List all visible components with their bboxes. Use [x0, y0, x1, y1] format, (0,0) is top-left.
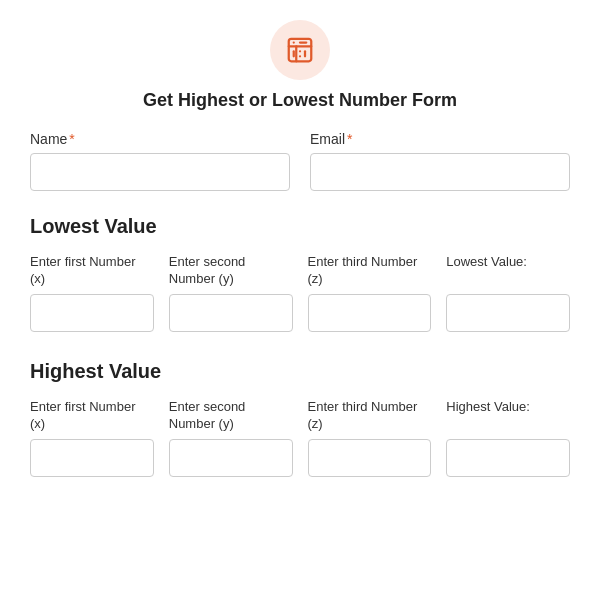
header: Get Highest or Lowest Number Form [30, 20, 570, 111]
page-container: Get Highest or Lowest Number Form Name* … [0, 0, 600, 525]
name-email-row: Name* Email* [30, 131, 570, 191]
lowest-third-number-label: Enter third Number (z) [308, 254, 432, 288]
lowest-first-number-field: Enter first Number (x) [30, 254, 154, 332]
lowest-result-label: Lowest Value: [446, 254, 570, 288]
highest-first-number-label: Enter first Number (x) [30, 399, 154, 433]
highest-first-number-input[interactable] [30, 439, 154, 477]
highest-value-section: Highest Value Enter first Number (x) Ent… [30, 360, 570, 477]
name-field-group: Name* [30, 131, 290, 191]
highest-result-input[interactable] [446, 439, 570, 477]
calculator-icon [285, 35, 315, 65]
lowest-third-number-input[interactable] [308, 294, 432, 332]
lowest-second-number-input[interactable] [169, 294, 293, 332]
lowest-third-number-field: Enter third Number (z) [308, 254, 432, 332]
calculator-icon-circle [270, 20, 330, 80]
lowest-value-title: Lowest Value [30, 215, 570, 238]
name-input[interactable] [30, 153, 290, 191]
name-label: Name* [30, 131, 290, 147]
highest-second-number-input[interactable] [169, 439, 293, 477]
highest-third-number-field: Enter third Number (z) [308, 399, 432, 477]
highest-result-label: Highest Value: [446, 399, 570, 433]
lowest-first-number-input[interactable] [30, 294, 154, 332]
lowest-number-row: Enter first Number (x) Enter second Numb… [30, 254, 570, 332]
highest-second-number-field: Enter second Number (y) [169, 399, 293, 477]
highest-number-row: Enter first Number (x) Enter second Numb… [30, 399, 570, 477]
lowest-value-section: Lowest Value Enter first Number (x) Ente… [30, 215, 570, 332]
name-required-star: * [69, 131, 74, 147]
highest-second-number-label: Enter second Number (y) [169, 399, 293, 433]
email-required-star: * [347, 131, 352, 147]
lowest-second-number-label: Enter second Number (y) [169, 254, 293, 288]
lowest-result-input[interactable] [446, 294, 570, 332]
highest-third-number-label: Enter third Number (z) [308, 399, 432, 433]
highest-result-field: Highest Value: [446, 399, 570, 477]
email-input[interactable] [310, 153, 570, 191]
lowest-first-number-label: Enter first Number (x) [30, 254, 154, 288]
lowest-result-field: Lowest Value: [446, 254, 570, 332]
page-title: Get Highest or Lowest Number Form [143, 90, 457, 111]
lowest-second-number-field: Enter second Number (y) [169, 254, 293, 332]
email-label: Email* [310, 131, 570, 147]
highest-value-title: Highest Value [30, 360, 570, 383]
highest-third-number-input[interactable] [308, 439, 432, 477]
highest-first-number-field: Enter first Number (x) [30, 399, 154, 477]
email-field-group: Email* [310, 131, 570, 191]
